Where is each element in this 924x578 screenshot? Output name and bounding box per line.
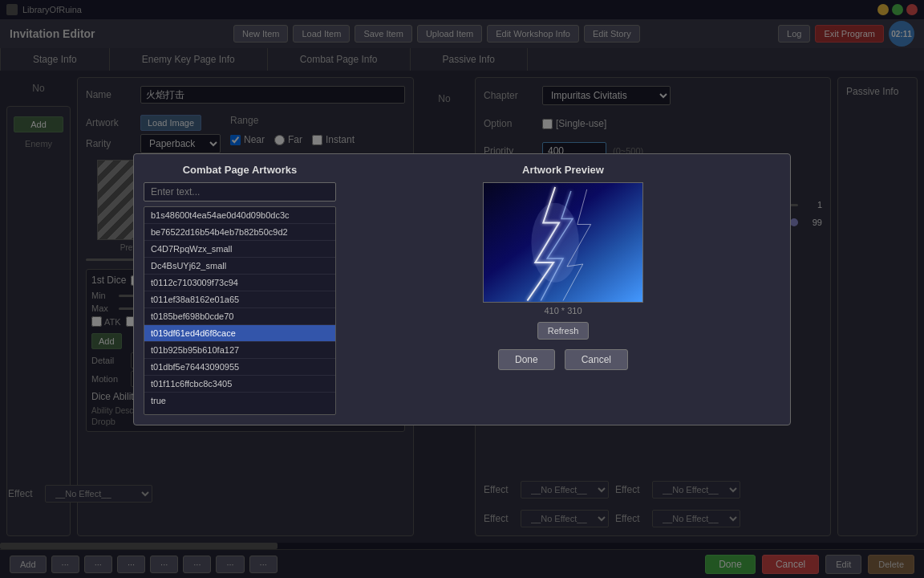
list-item[interactable]: t0185bef698b0cde70 <box>144 308 335 325</box>
list-item[interactable]: t01dbf5e76443090955 <box>144 359 335 376</box>
preview-dims: 410 * 310 <box>544 306 582 315</box>
preview-image <box>483 182 643 303</box>
refresh-button[interactable]: Refresh <box>537 322 590 340</box>
list-item[interactable]: t01f11c6ffcbc8c3405 <box>144 376 335 393</box>
artwork-list[interactable]: b1s48600t4ea54ae0d40d09b0dc3c be76522d16… <box>144 206 336 415</box>
list-item[interactable]: be76522d16b54b4eb7b82b50c9d2 <box>144 224 335 241</box>
list-item[interactable]: Dc4BsUYj62_small <box>144 258 335 275</box>
preview-image-inner <box>484 183 642 302</box>
modal-cancel-button[interactable]: Cancel <box>565 349 628 370</box>
artwork-preview-panel: Artwork Preview <box>346 164 780 415</box>
modal-overlay: Combat Page Artworks b1s48600t4ea54ae0d4… <box>0 0 924 578</box>
list-item-true[interactable]: true <box>144 393 335 409</box>
modal-search-input[interactable] <box>144 182 336 201</box>
list-item-selected[interactable]: t019df61ed4d6f8cace <box>144 325 335 342</box>
modal-done-button[interactable]: Done <box>498 349 555 370</box>
list-item[interactable]: t0112c7103009f73c94 <box>144 275 335 291</box>
list-item[interactable]: C4D7RpqWzx_small <box>144 241 335 258</box>
list-item[interactable]: b1s48600t4ea54ae0d40d09b0dc3c <box>144 207 335 224</box>
modal-title: Combat Page Artworks <box>144 164 336 176</box>
lightning-svg <box>484 183 642 303</box>
list-item[interactable]: t011ef38a8162e01a65 <box>144 291 335 308</box>
list-item[interactable]: t01b925b95b610fa127 <box>144 342 335 359</box>
preview-title: Artwork Preview <box>522 164 604 176</box>
artwork-list-panel: Combat Page Artworks b1s48600t4ea54ae0d4… <box>144 164 336 415</box>
artworks-modal: Combat Page Artworks b1s48600t4ea54ae0d4… <box>133 153 791 425</box>
modal-actions: Done Cancel <box>498 349 628 370</box>
svg-point-1 <box>531 202 578 282</box>
